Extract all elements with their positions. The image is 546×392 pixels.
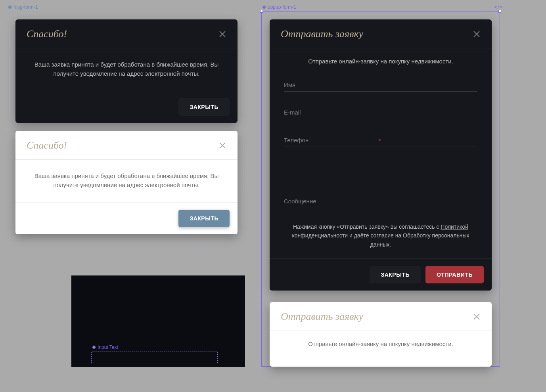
modal-body-text: Ваша заявка принята и будет обработана в…: [27, 60, 226, 78]
name-input[interactable]: [284, 78, 477, 92]
modal-body: Ваша заявка принята и будет обработана в…: [15, 48, 238, 91]
modal-title: Отправить заявку: [281, 311, 363, 323]
modal-header: Спасибо!: [15, 19, 238, 48]
email-field-wrap: [284, 106, 477, 119]
component-label-msg[interactable]: msg-form-1: [8, 4, 38, 10]
thanks-modal-light: Спасибо! Ваша заявка принята и будет обр…: [15, 131, 238, 234]
close-icon[interactable]: [473, 313, 481, 321]
form-intro: Отправьте онлайн-заявку на покупку недви…: [284, 58, 477, 65]
email-input[interactable]: [284, 106, 477, 119]
close-icon[interactable]: [218, 30, 226, 38]
consent-post: и даёте согласие на Обработку персональн…: [348, 232, 469, 247]
diamond-icon: [8, 5, 12, 9]
component-label-text: msg-form-1: [13, 4, 38, 10]
consent-text: Нажимая кнопку «Отправить заявку» вы сог…: [284, 222, 477, 254]
modal-footer: ЗАКРЫТЬ: [15, 203, 238, 234]
diamond-icon: [92, 345, 96, 349]
message-input[interactable]: [284, 195, 477, 208]
request-form-modal-light: Отправить заявку Отправьте онлайн-заявку…: [270, 302, 492, 367]
phone-input[interactable]: [284, 134, 477, 147]
modal-header: Отправить заявку: [270, 302, 492, 331]
modal-body-text: Ваша заявка принята и будет обработана в…: [27, 172, 226, 189]
modal-title: Спасибо!: [27, 28, 67, 40]
diamond-icon: [262, 5, 266, 9]
svg-rect-2: [92, 345, 96, 349]
required-dot-icon: [379, 139, 381, 141]
form-intro: Отправьте онлайн-заявку на покупку недви…: [284, 340, 477, 347]
close-button[interactable]: ЗАКРЫТЬ: [370, 266, 421, 283]
modal-header: Спасибо!: [15, 131, 238, 160]
consent-pre: Нажимая кнопку «Отправить заявку» вы сог…: [293, 224, 441, 230]
component-label-text: Input Text: [98, 344, 118, 350]
component-label-popup[interactable]: popup-form-1: [262, 4, 296, 10]
close-button[interactable]: ЗАКРЫТЬ: [178, 210, 230, 227]
resize-handle[interactable]: [260, 10, 263, 13]
close-icon[interactable]: [473, 30, 481, 38]
svg-rect-1: [262, 5, 266, 9]
modal-body: Ваша заявка принята и будет обработана в…: [15, 160, 238, 203]
resize-handle[interactable]: [498, 10, 501, 13]
thanks-modal-dark: Спасибо! Ваша заявка принята и будет обр…: [15, 19, 238, 123]
phone-field-wrap: [284, 134, 477, 147]
form-footer: ЗАКРЫТЬ ОТПРАВИТЬ: [270, 258, 492, 291]
form-body: Отправьте онлайн-заявку на покупку недви…: [270, 48, 492, 258]
svg-rect-0: [8, 5, 12, 9]
modal-title: Отправить заявку: [281, 28, 363, 40]
component-label-input[interactable]: Input Text: [92, 344, 118, 350]
component-label-text: popup-form-1: [268, 4, 296, 10]
code-icon[interactable]: </>: [494, 4, 503, 10]
modal-header: Отправить заявку: [270, 19, 492, 48]
close-button[interactable]: ЗАКРЫТЬ: [178, 98, 230, 116]
modal-footer: ЗАКРЫТЬ: [15, 91, 238, 123]
message-field-wrap: [284, 195, 477, 208]
close-icon[interactable]: [218, 142, 226, 149]
input-text-outline[interactable]: [91, 352, 218, 364]
request-form-modal-dark: Отправить заявку Отправьте онлайн-заявку…: [270, 19, 492, 291]
name-field-wrap: [284, 78, 477, 92]
submit-button[interactable]: ОТПРАВИТЬ: [425, 266, 484, 283]
modal-title: Спасибо!: [27, 140, 67, 151]
form-body: Отправьте онлайн-заявку на покупку недви…: [270, 331, 492, 365]
